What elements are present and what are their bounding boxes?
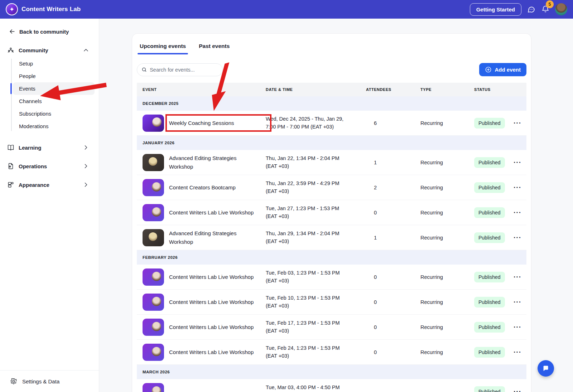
row-menu-button[interactable]: ···	[514, 234, 521, 241]
notification-count-badge: 5	[546, 0, 554, 8]
sidebar-item-channels[interactable]: Channels	[13, 95, 95, 107]
status-badge: Published	[474, 322, 505, 333]
event-type: Recurring	[415, 324, 468, 330]
event-type: Recurring	[415, 160, 468, 165]
event-attendees: 0	[360, 210, 415, 216]
chevron-right-icon	[82, 144, 90, 151]
community-logo[interactable]: ✦	[6, 3, 18, 15]
back-to-community-label: Back to community	[19, 29, 69, 35]
event-datetime: Thu, Jan 22, 3:59 PM - 4:29 PM (EAT +03)	[260, 180, 360, 195]
sidebar-section-operations[interactable]: Operations	[0, 158, 99, 174]
event-title[interactable]: Content Writers Lab Live Workshop	[169, 298, 259, 306]
event-title[interactable]: Advanced Editing Strategies Workshop	[169, 229, 259, 246]
event-row[interactable]: Advanced Editing Strategies WorkshopThu,…	[137, 225, 526, 250]
chevron-up-icon[interactable]	[82, 47, 90, 54]
sidebar-item-moderations[interactable]: Moderations	[13, 120, 95, 132]
event-attendees: 6	[360, 120, 415, 126]
status-badge: Published	[474, 232, 505, 243]
event-title[interactable]: Content Writers Lab Live Workshop	[169, 323, 259, 331]
row-menu-button[interactable]: ···	[514, 120, 521, 126]
event-row[interactable]: Tue, Mar 03, 4:00 PM - 4:50 PM (EAT +03)…	[137, 379, 526, 392]
event-attendees: 2	[360, 185, 415, 190]
sidebar-section-appearance[interactable]: Appearance	[0, 177, 99, 193]
book-open-icon	[7, 144, 14, 151]
settings-and-data-link[interactable]: Settings & Data	[0, 370, 99, 392]
plus-circle-icon	[485, 66, 492, 73]
chat-launcher-button[interactable]	[538, 360, 554, 377]
row-menu-button[interactable]: ···	[514, 209, 521, 216]
month-header-row: MARCH 2026	[137, 365, 526, 379]
messages-icon[interactable]	[526, 5, 536, 14]
appearance-label: Appearance	[19, 182, 49, 188]
sidebar-item-people[interactable]: People	[13, 70, 95, 82]
event-title[interactable]: Advanced Editing Strategies Workshop	[169, 154, 259, 171]
event-attendees: 1	[360, 160, 415, 165]
row-menu-button[interactable]: ···	[514, 184, 521, 191]
search-icon	[141, 67, 147, 73]
event-thumbnail	[143, 268, 164, 286]
event-row[interactable]: Weekly Coaching SessionsWed, Dec 24, 202…	[137, 111, 526, 136]
event-datetime: Thu, Jan 29, 1:34 PM - 2:04 PM (EAT +03)	[260, 230, 360, 246]
event-title[interactable]: Content Writers Lab Live Workshop	[169, 348, 259, 356]
community-section-label: Community	[19, 47, 48, 53]
event-type: Recurring	[415, 274, 468, 280]
event-datetime: Thu, Jan 22, 1:34 PM - 2:04 PM (EAT +03)	[260, 155, 360, 170]
getting-started-button[interactable]: Getting Started	[470, 3, 521, 16]
sidebar-section-learning[interactable]: Learning	[0, 140, 99, 155]
event-thumbnail	[143, 294, 164, 311]
month-header-row: FEBRUARY 2026	[137, 250, 526, 265]
sidebar-item-setup[interactable]: Setup	[13, 57, 95, 70]
event-row[interactable]: Content Creators BootcampThu, Jan 22, 3:…	[137, 175, 526, 200]
notifications-bell-icon[interactable]: 5	[541, 5, 550, 14]
event-datetime: Tue, Jan 27, 1:23 PM - 1:53 PM (EAT +03)	[260, 205, 360, 221]
status-badge: Published	[474, 386, 505, 392]
event-title[interactable]: Content Writers Lab Live Workshop	[169, 208, 259, 217]
learning-label: Learning	[19, 145, 41, 151]
event-row[interactable]: Content Writers Lab Live WorkshopTue, Fe…	[137, 265, 526, 290]
event-row[interactable]: Advanced Editing Strategies WorkshopThu,…	[137, 150, 526, 175]
event-datetime: Tue, Feb 03, 1:23 PM - 1:53 PM (EAT +03)	[260, 269, 360, 285]
sidebar-item-subscriptions[interactable]: Subscriptions	[13, 107, 95, 120]
gear-icon	[10, 378, 17, 385]
sidebar-item-events[interactable]: Events	[13, 82, 95, 95]
tab-past-events[interactable]: Past events	[199, 43, 230, 54]
add-event-label: Add event	[495, 67, 521, 73]
event-title[interactable]: Content Creators Bootcamp	[169, 183, 259, 192]
event-attendees: 0	[360, 299, 415, 305]
event-search[interactable]	[137, 63, 223, 76]
community-icon	[7, 47, 14, 54]
row-menu-button[interactable]: ···	[514, 349, 521, 355]
event-row[interactable]: Content Writers Lab Live WorkshopTue, Fe…	[137, 315, 526, 340]
event-type: Recurring	[415, 120, 468, 126]
event-type: Recurring	[415, 299, 468, 305]
tab-upcoming-events[interactable]: Upcoming events	[140, 43, 186, 54]
chevron-right-icon	[82, 163, 90, 170]
event-attendees: 0	[360, 274, 415, 280]
row-menu-button[interactable]: ···	[514, 324, 521, 330]
event-row[interactable]: Content Writers Lab Live WorkshopTue, Fe…	[137, 340, 526, 365]
event-row[interactable]: Content Writers Lab Live WorkshopTue, Ja…	[137, 200, 526, 225]
event-type: Recurring	[415, 210, 468, 216]
search-input[interactable]	[150, 67, 218, 73]
event-type: Recurring	[415, 185, 468, 190]
event-row[interactable]: Content Writers Lab Live WorkshopTue, Fe…	[137, 290, 526, 315]
event-thumbnail	[143, 204, 164, 221]
row-menu-button[interactable]: ···	[514, 388, 521, 392]
event-thumbnail	[143, 319, 164, 336]
add-event-button[interactable]: Add event	[479, 63, 526, 76]
row-menu-button[interactable]: ···	[514, 274, 521, 280]
event-title[interactable]: Content Writers Lab Live Workshop	[169, 273, 259, 281]
row-menu-button[interactable]: ···	[514, 159, 521, 166]
back-to-community-link[interactable]: Back to community	[0, 28, 99, 35]
column-datetime: DATE & TIME	[260, 87, 360, 92]
event-thumbnail	[143, 344, 164, 361]
event-type: Recurring	[415, 235, 468, 241]
event-table-groups: DECEMBER 2025Weekly Coaching SessionsWed…	[137, 96, 526, 392]
event-thumbnail	[143, 229, 164, 246]
user-avatar[interactable]	[555, 3, 567, 15]
month-label: JANUARY 2026	[143, 141, 174, 145]
sidebar-section-community[interactable]: Community	[0, 47, 99, 54]
row-menu-button[interactable]: ···	[514, 299, 521, 305]
event-title[interactable]: Weekly Coaching Sessions	[169, 119, 259, 127]
column-attendees: ATTENDEES	[360, 87, 415, 92]
